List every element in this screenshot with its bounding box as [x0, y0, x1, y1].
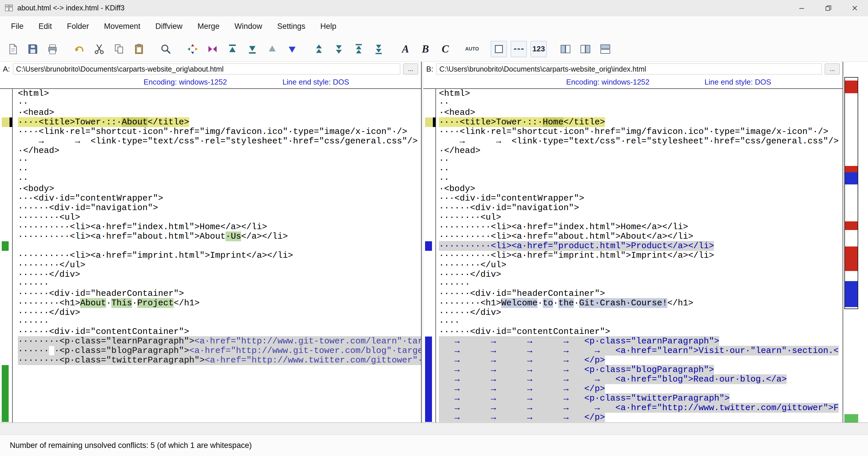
code-line[interactable]: ··: [18, 165, 421, 175]
show-window-c-button[interactable]: [597, 40, 613, 58]
code-line[interactable]: → → → → </p>: [439, 355, 843, 365]
goto-first-delta-button[interactable]: [224, 40, 241, 58]
save-button[interactable]: [25, 40, 41, 58]
code-line[interactable]: → → → → </p>: [439, 413, 843, 422]
menu-item-merge[interactable]: Merge: [190, 16, 227, 36]
code-line[interactable]: → → → → <p·class="blogParagraph">: [439, 365, 843, 375]
code-line[interactable]: ····: [439, 317, 843, 327]
code-line[interactable]: ··: [439, 98, 843, 108]
goto-prev-delta-button[interactable]: [264, 40, 280, 58]
goto-prev-unsolved-conflict-button[interactable]: [351, 40, 367, 58]
close-button[interactable]: [841, 0, 868, 16]
menu-item-window[interactable]: Window: [227, 16, 270, 36]
select-line-a-button[interactable]: A: [397, 40, 413, 58]
new-document-button[interactable]: [5, 40, 21, 58]
code-line[interactable]: ······<div·id="contentContainer">: [439, 327, 843, 337]
show-line-numbers-button[interactable]: 123: [531, 41, 547, 57]
code-line[interactable]: ··: [18, 98, 421, 108]
show-whitespace-characters-button[interactable]: [491, 41, 507, 57]
code-line[interactable]: ······: [18, 279, 421, 289]
goto-last-delta-button[interactable]: [244, 40, 260, 58]
code-line[interactable]: ·<head>: [439, 108, 843, 117]
code-line[interactable]: ··: [439, 175, 843, 184]
code-line[interactable]: ······</div>: [18, 270, 421, 279]
code-line[interactable]: ····<link·rel="shortcut·icon"·href="img/…: [18, 127, 421, 137]
code-line[interactable]: ···<div·id="contentWrapper">: [439, 194, 843, 203]
code-line[interactable]: ········</ul>: [439, 260, 843, 270]
code-line[interactable]: ······<div·id="headerContainer">: [18, 289, 421, 298]
code-line[interactable]: ·</head>: [18, 146, 421, 155]
code-line[interactable]: ········</ul>: [18, 260, 421, 270]
undo-button[interactable]: [71, 40, 87, 58]
goto-prev-conflict-button[interactable]: [311, 40, 327, 58]
code-a[interactable]: <html>···<head>····<title>Tower·::·About…: [13, 89, 421, 423]
code-line[interactable]: ·<head>: [18, 108, 421, 117]
code-line[interactable]: ········<p·class="twitterParagraph"><a·h…: [18, 355, 421, 365]
menu-item-movement[interactable]: Movement: [97, 16, 148, 36]
code-line[interactable]: → → → → → <a·href="learn">Visit·our·"lea…: [439, 346, 843, 355]
show-window-a-button[interactable]: [557, 40, 574, 58]
code-line[interactable]: ········<ul>: [439, 213, 843, 222]
code-line[interactable]: ··: [439, 165, 843, 175]
code-line[interactable]: <html>: [439, 89, 843, 98]
code-line[interactable]: ··········<li><a·href="imprint.html">Imp…: [439, 251, 843, 260]
pane-a-path-field[interactable]: C:\Users\brunobrito\Documents\carparts-w…: [13, 63, 400, 75]
goto-next-unsolved-conflict-button[interactable]: [371, 40, 387, 58]
show-whitespace-button[interactable]: [511, 41, 527, 57]
goto-next-delta-button[interactable]: [284, 40, 300, 58]
code-line[interactable]: [18, 241, 421, 251]
code-line[interactable]: ········<p·class="learnParagraph"><a·hre…: [18, 337, 421, 346]
code-line[interactable]: ······ ·<p·class="blogParagraph"><a·href…: [18, 346, 421, 355]
pane-b-browse-button[interactable]: ...: [825, 63, 840, 75]
code-line[interactable]: ···<div·id="contentWrapper">: [18, 194, 421, 203]
menu-item-file[interactable]: File: [3, 16, 31, 36]
auto-solve-button[interactable]: AUTO: [464, 40, 480, 58]
code-line[interactable]: ····<title>Tower·::·Home</title>: [439, 117, 843, 127]
menu-item-edit[interactable]: Edit: [31, 16, 60, 36]
code-line[interactable]: ······: [18, 317, 421, 327]
select-line-b-button[interactable]: B: [417, 40, 433, 58]
code-line[interactable]: ········<ul>: [18, 213, 421, 222]
code-line[interactable]: → → <link·type="text/css"·rel="styleshee…: [18, 137, 421, 146]
code-line[interactable]: ··: [18, 155, 421, 165]
code-line[interactable]: ········<h1>About·This·Project</h1>: [18, 298, 421, 308]
minimize-button[interactable]: [788, 0, 815, 16]
code-line[interactable]: ······</div>: [439, 270, 843, 279]
code-line[interactable]: → → → → <p·class="twitterParagraph">: [439, 394, 843, 403]
code-line[interactable]: ······: [439, 279, 843, 289]
menu-item-settings[interactable]: Settings: [270, 16, 313, 36]
code-line[interactable]: ··········<li><a·href="index.html">Home<…: [18, 222, 421, 232]
center-current-delta-button[interactable]: [205, 40, 221, 58]
code-line[interactable]: ··········<li><a·href="index.html">Home<…: [439, 222, 843, 232]
code-line[interactable]: ······<div·id="headerContainer">: [439, 289, 843, 298]
cut-button[interactable]: [91, 40, 107, 58]
print-button[interactable]: [44, 40, 61, 58]
code-line[interactable]: ····<link·rel="shortcut·icon"·href="img/…: [439, 127, 843, 137]
code-line[interactable]: ··········<li><a·href="about.html">About…: [18, 232, 421, 241]
overview-bar[interactable]: [844, 62, 858, 423]
code-line[interactable]: ··········<li><a·href="product.html">Pro…: [439, 241, 843, 251]
code-line[interactable]: ······<div·id="contentContainer">: [18, 327, 421, 337]
paste-button[interactable]: [131, 40, 147, 58]
code-line[interactable]: ········<h1>Welcome·to·the·Git·Crash·Cou…: [439, 298, 843, 308]
select-line-c-button[interactable]: C: [437, 40, 453, 58]
pane-b-path-field[interactable]: C:\Users\brunobrito\Documents\carparts-w…: [436, 63, 822, 75]
code-line[interactable]: → → → → → <a·href="http://www.twitter.co…: [439, 403, 843, 413]
menu-item-diffview[interactable]: Diffview: [148, 16, 190, 36]
code-line[interactable]: ··········<li><a·href="imprint.html">Imp…: [18, 251, 421, 260]
code-line[interactable]: ····<title>Tower·::·About</title>: [18, 117, 421, 127]
code-line[interactable]: → → → → </p>: [439, 384, 843, 394]
goto-current-delta-button[interactable]: [185, 40, 201, 58]
code-line[interactable]: ··········<li><a·href="about.html">About…: [439, 232, 843, 241]
code-line[interactable]: ······</div>: [18, 308, 421, 317]
pane-a-browse-button[interactable]: ...: [403, 63, 418, 75]
code-line[interactable]: ·</head>: [439, 146, 843, 155]
goto-next-conflict-button[interactable]: [331, 40, 347, 58]
code-line[interactable]: ·<body>: [439, 184, 843, 194]
code-line[interactable]: → → → → → <a·href="blog">Read·our·blog.<…: [439, 375, 843, 384]
find-button[interactable]: [158, 40, 174, 58]
code-line[interactable]: → → <link·type="text/css"·rel="styleshee…: [439, 137, 843, 146]
show-window-b-button[interactable]: [577, 40, 593, 58]
code-line[interactable]: <html>: [18, 89, 421, 98]
copy-button[interactable]: [111, 40, 127, 58]
